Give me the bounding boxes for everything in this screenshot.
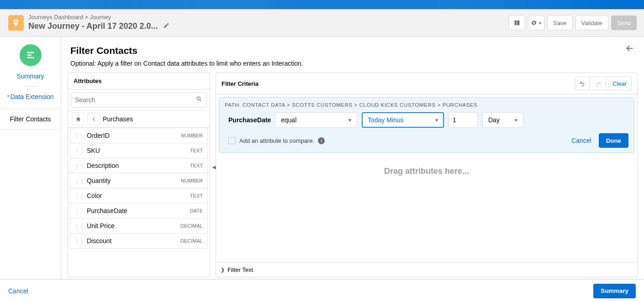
relative-date-value: Today Minus	[368, 116, 404, 124]
attribute-name: Unit Price	[87, 222, 180, 229]
compare-hint-text: Add an attribute to compare.	[239, 137, 314, 144]
attribute-type: DATE	[190, 208, 203, 213]
attribute-row[interactable]: ⋮⋮DiscountDECIMAL	[70, 234, 208, 249]
drag-handle-icon: ⋮⋮	[74, 132, 84, 139]
decorative-top-pattern	[0, 0, 644, 9]
nav-data-extension-link[interactable]: Data Extension	[11, 93, 54, 100]
attribute-row[interactable]: ⋮⋮PurchaseDateDATE	[70, 203, 208, 219]
compare-checkbox[interactable]	[228, 137, 236, 144]
clear-button[interactable]: Clear	[608, 77, 631, 90]
filter-criteria-title: Filter Criteria	[222, 80, 259, 87]
operator-select[interactable]: equal▼	[275, 112, 357, 128]
attribute-row[interactable]: ⋮⋮SKUTEXT	[70, 143, 208, 158]
nav-data-extension[interactable]: *Data Extension	[4, 90, 56, 103]
drag-handle-icon: ⋮⋮	[74, 238, 84, 245]
filter-text-label: Filter Text	[227, 266, 253, 273]
attribute-type: NUMBER	[181, 178, 203, 183]
required-indicator: *	[7, 94, 9, 100]
attributes-panel: Attributes Purchases ⋮⋮OrderID	[68, 73, 210, 277]
page-header: Journeys Dashboard > Journey New Journey…	[0, 9, 644, 37]
nav-summary-link[interactable]: Summary	[17, 73, 44, 80]
drag-handle-icon: ⋮⋮	[74, 162, 84, 169]
attribute-type: TEXT	[190, 163, 203, 168]
drag-handle-icon: ⋮⋮	[74, 208, 84, 214]
chevron-right-icon: ❯	[221, 267, 225, 273]
criteria-done-button[interactable]: Done	[599, 133, 628, 148]
attributes-title: Attributes	[74, 78, 101, 84]
attribute-type: DECIMAL	[180, 238, 203, 244]
filter-criteria-panel: ◀ Filter Criteria Clear	[216, 73, 638, 277]
criteria-block: PATH: CONTACT DATA > SCOTTS CUSTOMERS > …	[219, 97, 634, 153]
undo-button[interactable]	[575, 77, 590, 90]
section-title: Filter Contacts	[70, 45, 635, 56]
footer-bar: Cancel Summary	[0, 279, 644, 302]
criteria-path: PATH: CONTACT DATA > SCOTTS CUSTOMERS > …	[225, 102, 628, 108]
attribute-name: Color	[87, 192, 190, 199]
filter-text-toggle[interactable]: ❯ Filter Text	[216, 262, 637, 277]
criteria-cancel-link[interactable]: Cancel	[571, 137, 591, 144]
drag-handle-icon: ⋮⋮	[74, 147, 84, 154]
save-button[interactable]: Save	[547, 16, 573, 30]
attributes-search-input[interactable]	[71, 92, 207, 108]
attribute-row[interactable]: ⋮⋮Unit PriceDECIMAL	[70, 219, 208, 234]
footer-cancel-link[interactable]: Cancel	[8, 287, 28, 295]
breadcrumb-parent-link[interactable]: Journeys Dashboard	[28, 14, 83, 21]
left-nav: Summary *Data Extension Filter Contacts	[0, 37, 61, 282]
relative-date-select[interactable]: Today Minus▼	[362, 112, 444, 128]
layout-toggle-button[interactable]	[509, 16, 525, 30]
unit-select-value: Day	[488, 116, 500, 124]
attribute-type: TEXT	[190, 193, 203, 198]
unit-select[interactable]: Day▼	[482, 112, 523, 128]
section-subtitle: Optional: Apply a filter on Contact data…	[70, 60, 635, 67]
chevron-down-icon: ▼	[434, 118, 439, 123]
attribute-name: OrderID	[87, 132, 181, 139]
info-icon[interactable]: i	[318, 137, 325, 144]
attribute-name: Description	[87, 162, 190, 169]
attribute-name: Discount	[87, 237, 180, 245]
back-arrow-icon[interactable]	[625, 43, 635, 56]
attr-list: ⋮⋮OrderIDNUMBER⋮⋮SKUTEXT⋮⋮DescriptionTEX…	[68, 128, 210, 277]
svg-point-0	[197, 97, 200, 100]
validate-button[interactable]: Validate	[575, 16, 608, 30]
header-titles: Journeys Dashboard > Journey New Journey…	[28, 14, 171, 32]
chevron-down-icon: ▼	[514, 118, 518, 123]
edit-title-icon[interactable]	[161, 21, 171, 32]
attribute-name: SKU	[87, 147, 190, 154]
attr-back-button[interactable]	[87, 113, 100, 125]
attribute-row[interactable]: ⋮⋮QuantityNUMBER	[70, 173, 208, 188]
attribute-name: PurchaseDate	[87, 207, 190, 214]
attribute-row[interactable]: ⋮⋮DescriptionTEXT	[70, 158, 208, 173]
nav-filter-contacts[interactable]: Filter Contacts	[0, 109, 61, 130]
criteria-field-label: PurchaseDate	[228, 116, 270, 124]
summary-icon	[20, 44, 42, 66]
attribute-type: DECIMAL	[180, 223, 203, 229]
attribute-type: TEXT	[190, 148, 203, 153]
journey-app-icon	[8, 15, 24, 31]
footer-summary-button[interactable]: Summary	[593, 284, 636, 298]
attribute-row[interactable]: ⋮⋮ColorTEXT	[70, 188, 208, 203]
attr-home-button[interactable]	[72, 113, 84, 125]
page-title: New Journey - April 17 2020 2.0...	[28, 21, 158, 31]
nav-summary[interactable]: Summary	[14, 70, 47, 83]
number-input[interactable]	[449, 112, 478, 128]
attribute-type: NUMBER	[181, 133, 203, 138]
breadcrumb-separator: >	[85, 14, 90, 21]
attribute-name: Quantity	[87, 177, 181, 184]
redo-button[interactable]	[591, 77, 606, 90]
breadcrumb-current: Journey	[90, 14, 111, 21]
drag-handle-icon: ⋮⋮	[74, 223, 84, 229]
drag-handle-icon: ⋮⋮	[74, 177, 84, 184]
operator-select-value: equal	[281, 116, 296, 124]
attr-breadcrumb: Purchases	[103, 115, 133, 123]
attribute-row[interactable]: ⋮⋮OrderIDNUMBER	[70, 128, 208, 143]
settings-menu-button[interactable]: ▾	[528, 16, 544, 30]
chevron-down-icon: ▼	[348, 118, 352, 123]
drag-handle-icon: ⋮⋮	[74, 193, 84, 199]
drop-zone[interactable]: Drag attributes here...	[216, 156, 637, 262]
send-button[interactable]: Send	[611, 16, 637, 30]
collapse-handle-icon[interactable]: ◀	[212, 164, 216, 170]
nav-separator	[24, 86, 37, 87]
search-icon	[196, 96, 202, 104]
